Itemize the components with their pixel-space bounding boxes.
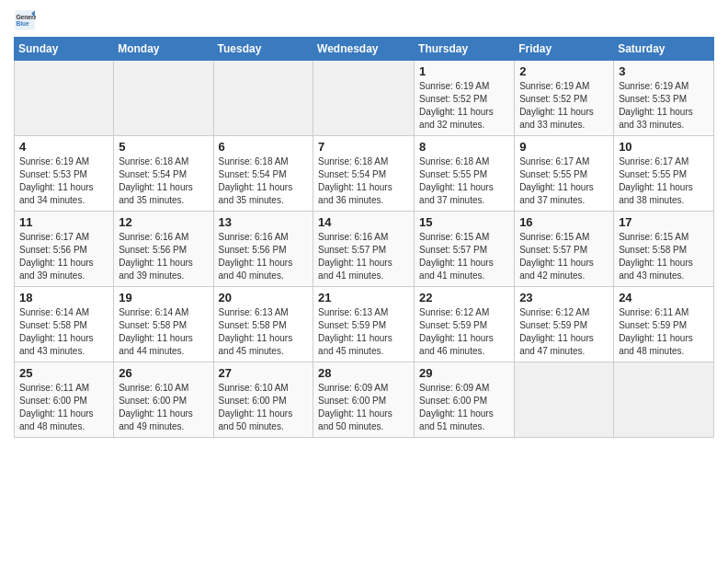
day-number: 16	[519, 215, 609, 229]
day-number: 24	[619, 291, 709, 304]
day-number: 23	[519, 291, 609, 304]
day-info: Sunrise: 6:17 AMSunset: 5:55 PMDaylight:…	[619, 155, 709, 207]
logo: General Blue	[14, 9, 40, 31]
calendar-cell: 7Sunrise: 6:18 AMSunset: 5:54 PMDaylight…	[313, 136, 415, 212]
dow-header-monday: Monday	[114, 38, 213, 61]
calendar-cell: 29Sunrise: 6:09 AMSunset: 6:00 PMDayligh…	[415, 362, 515, 438]
calendar-cell: 23Sunrise: 6:12 AMSunset: 5:59 PMDayligh…	[515, 287, 614, 362]
calendar-cell: 4Sunrise: 6:19 AMSunset: 5:53 PMDaylight…	[15, 136, 114, 212]
calendar-cell: 3Sunrise: 6:19 AMSunset: 5:53 PMDaylight…	[614, 61, 714, 136]
day-number: 4	[19, 140, 108, 154]
day-info: Sunrise: 6:09 AMSunset: 6:00 PMDaylight:…	[318, 382, 409, 433]
calendar-cell	[114, 61, 213, 136]
day-info: Sunrise: 6:17 AMSunset: 5:56 PMDaylight:…	[19, 231, 108, 282]
day-info: Sunrise: 6:18 AMSunset: 5:54 PMDaylight:…	[119, 155, 208, 207]
calendar-cell: 12Sunrise: 6:16 AMSunset: 5:56 PMDayligh…	[114, 212, 213, 287]
calendar-cell: 21Sunrise: 6:13 AMSunset: 5:59 PMDayligh…	[313, 287, 415, 362]
day-info: Sunrise: 6:16 AMSunset: 5:57 PMDaylight:…	[318, 231, 409, 282]
day-number: 13	[219, 215, 309, 229]
calendar-cell: 17Sunrise: 6:15 AMSunset: 5:58 PMDayligh…	[614, 212, 714, 287]
day-info: Sunrise: 6:17 AMSunset: 5:55 PMDaylight:…	[519, 155, 609, 207]
calendar-week-0: 1Sunrise: 6:19 AMSunset: 5:52 PMDaylight…	[15, 61, 714, 136]
calendar-cell: 2Sunrise: 6:19 AMSunset: 5:52 PMDaylight…	[515, 61, 614, 136]
day-info: Sunrise: 6:15 AMSunset: 5:57 PMDaylight:…	[519, 231, 609, 282]
calendar-cell: 19Sunrise: 6:14 AMSunset: 5:58 PMDayligh…	[114, 287, 213, 362]
day-info: Sunrise: 6:16 AMSunset: 5:56 PMDaylight:…	[219, 231, 309, 282]
dow-header-tuesday: Tuesday	[213, 38, 313, 61]
day-info: Sunrise: 6:12 AMSunset: 5:59 PMDaylight:…	[519, 306, 609, 358]
dow-header-sunday: Sunday	[15, 38, 114, 61]
calendar-table: SundayMondayTuesdayWednesdayThursdayFrid…	[14, 37, 714, 438]
day-number: 10	[619, 140, 709, 154]
day-info: Sunrise: 6:18 AMSunset: 5:54 PMDaylight:…	[318, 155, 409, 207]
calendar-cell: 10Sunrise: 6:17 AMSunset: 5:55 PMDayligh…	[614, 136, 714, 212]
day-number: 5	[119, 140, 208, 154]
calendar-cell: 24Sunrise: 6:11 AMSunset: 5:59 PMDayligh…	[614, 287, 714, 362]
day-number: 6	[219, 140, 309, 154]
day-number: 20	[219, 291, 309, 304]
day-info: Sunrise: 6:15 AMSunset: 5:57 PMDaylight:…	[419, 231, 509, 282]
day-number: 29	[419, 366, 509, 380]
day-number: 27	[219, 366, 309, 380]
day-number: 8	[419, 140, 509, 154]
day-number: 3	[619, 64, 709, 78]
day-info: Sunrise: 6:10 AMSunset: 6:00 PMDaylight:…	[119, 382, 208, 433]
calendar-cell: 26Sunrise: 6:10 AMSunset: 6:00 PMDayligh…	[114, 362, 213, 438]
calendar-cell: 1Sunrise: 6:19 AMSunset: 5:52 PMDaylight…	[415, 61, 515, 136]
calendar-cell: 28Sunrise: 6:09 AMSunset: 6:00 PMDayligh…	[313, 362, 415, 438]
dow-header-friday: Friday	[515, 38, 614, 61]
day-number: 11	[19, 215, 108, 229]
day-number: 25	[19, 366, 108, 380]
day-number: 28	[318, 366, 409, 380]
day-number: 17	[619, 215, 709, 229]
day-number: 7	[318, 140, 409, 154]
calendar-cell: 27Sunrise: 6:10 AMSunset: 6:00 PMDayligh…	[213, 362, 313, 438]
calendar-cell: 9Sunrise: 6:17 AMSunset: 5:55 PMDaylight…	[515, 136, 614, 212]
day-info: Sunrise: 6:16 AMSunset: 5:56 PMDaylight:…	[119, 231, 208, 282]
calendar-cell	[614, 362, 714, 438]
day-number: 18	[19, 291, 108, 304]
dow-header-wednesday: Wednesday	[313, 38, 415, 61]
calendar-cell: 15Sunrise: 6:15 AMSunset: 5:57 PMDayligh…	[415, 212, 515, 287]
day-info: Sunrise: 6:12 AMSunset: 5:59 PMDaylight:…	[419, 306, 509, 358]
day-number: 15	[419, 215, 509, 229]
day-info: Sunrise: 6:19 AMSunset: 5:53 PMDaylight:…	[619, 80, 709, 132]
day-info: Sunrise: 6:10 AMSunset: 6:00 PMDaylight:…	[219, 382, 309, 433]
day-info: Sunrise: 6:13 AMSunset: 5:59 PMDaylight:…	[318, 306, 409, 358]
calendar-week-2: 11Sunrise: 6:17 AMSunset: 5:56 PMDayligh…	[15, 212, 714, 287]
calendar-cell	[15, 61, 114, 136]
calendar-cell	[313, 61, 415, 136]
day-info: Sunrise: 6:09 AMSunset: 6:00 PMDaylight:…	[419, 382, 509, 433]
calendar-cell: 22Sunrise: 6:12 AMSunset: 5:59 PMDayligh…	[415, 287, 515, 362]
day-info: Sunrise: 6:19 AMSunset: 5:52 PMDaylight:…	[419, 80, 509, 132]
day-info: Sunrise: 6:14 AMSunset: 5:58 PMDaylight:…	[19, 306, 108, 358]
day-number: 2	[519, 64, 609, 78]
day-number: 9	[519, 140, 609, 154]
day-info: Sunrise: 6:18 AMSunset: 5:55 PMDaylight:…	[419, 155, 509, 207]
dow-header-thursday: Thursday	[415, 38, 515, 61]
calendar-cell: 14Sunrise: 6:16 AMSunset: 5:57 PMDayligh…	[313, 212, 415, 287]
day-info: Sunrise: 6:14 AMSunset: 5:58 PMDaylight:…	[119, 306, 208, 358]
day-number: 14	[318, 215, 409, 229]
calendar-cell: 25Sunrise: 6:11 AMSunset: 6:00 PMDayligh…	[15, 362, 114, 438]
day-info: Sunrise: 6:19 AMSunset: 5:52 PMDaylight:…	[519, 80, 609, 132]
day-info: Sunrise: 6:11 AMSunset: 6:00 PMDaylight:…	[19, 382, 108, 433]
calendar-cell	[515, 362, 614, 438]
calendar-week-3: 18Sunrise: 6:14 AMSunset: 5:58 PMDayligh…	[15, 287, 714, 362]
calendar-cell: 13Sunrise: 6:16 AMSunset: 5:56 PMDayligh…	[213, 212, 313, 287]
calendar-cell: 5Sunrise: 6:18 AMSunset: 5:54 PMDaylight…	[114, 136, 213, 212]
calendar-week-1: 4Sunrise: 6:19 AMSunset: 5:53 PMDaylight…	[15, 136, 714, 212]
calendar-week-4: 25Sunrise: 6:11 AMSunset: 6:00 PMDayligh…	[15, 362, 714, 438]
calendar-cell: 6Sunrise: 6:18 AMSunset: 5:54 PMDaylight…	[213, 136, 313, 212]
calendar-cell: 18Sunrise: 6:14 AMSunset: 5:58 PMDayligh…	[15, 287, 114, 362]
day-number: 21	[318, 291, 409, 304]
day-info: Sunrise: 6:18 AMSunset: 5:54 PMDaylight:…	[219, 155, 309, 207]
day-info: Sunrise: 6:11 AMSunset: 5:59 PMDaylight:…	[619, 306, 709, 358]
day-info: Sunrise: 6:15 AMSunset: 5:58 PMDaylight:…	[619, 231, 709, 282]
day-number: 19	[119, 291, 208, 304]
calendar-cell	[213, 61, 313, 136]
day-info: Sunrise: 6:13 AMSunset: 5:58 PMDaylight:…	[219, 306, 309, 358]
dow-header-saturday: Saturday	[614, 38, 714, 61]
svg-text:Blue: Blue	[16, 20, 29, 27]
day-number: 12	[119, 215, 208, 229]
